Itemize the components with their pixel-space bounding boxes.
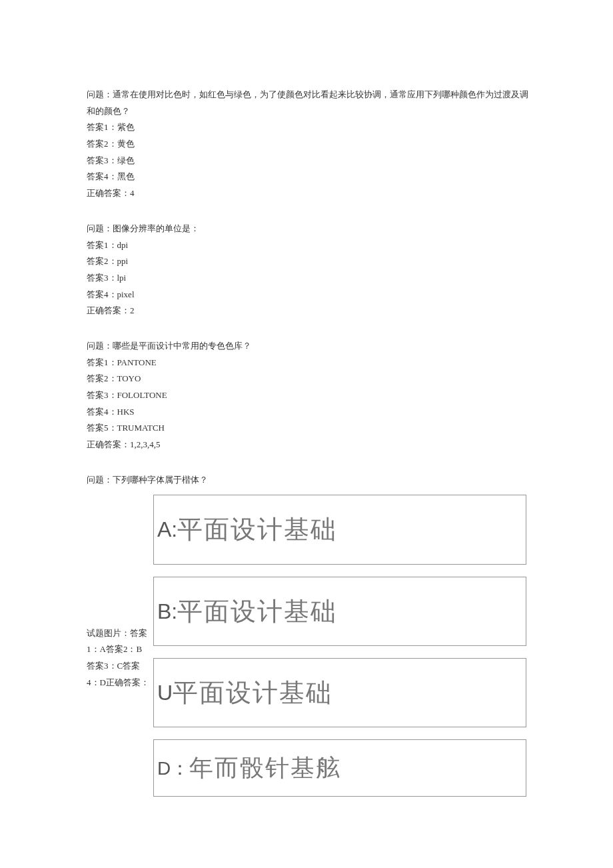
sample-label: D：: [157, 758, 189, 779]
sample-text: 平面设计基础: [177, 597, 337, 625]
answer-option: 答案3：绿色: [87, 153, 533, 169]
answer-option: 答案1：dpi: [87, 237, 533, 254]
question-block-2: 问题：图像分辨率的单位是： 答案1：dpi 答案2：ppi 答案3：lpi 答案…: [87, 221, 533, 319]
answer-option: 答案2：ppi: [87, 253, 533, 270]
correct-answer: 正确答案：4: [87, 185, 533, 202]
question-block-3: 问题：哪些是平面设计中常用的专色色库？ 答案1：PANTONE 答案2：TOYO…: [87, 338, 533, 453]
question-block-4: 问题：下列哪种字体属于楷体？ A:平面设计基础 B:平面设计基础 U平面设计基础…: [87, 472, 533, 797]
sample-label: A:: [157, 517, 177, 541]
answer-option: 答案5：TRUMATCH: [87, 420, 533, 437]
answer-option: 答案1：紫色: [87, 119, 533, 136]
font-sample-a: A:平面设计基础: [153, 495, 526, 564]
answer-option: 答案3：lpi: [87, 270, 533, 287]
answer-option: 答案4：pixel: [87, 287, 533, 303]
answer-option: 答案4：黑色: [87, 169, 533, 185]
answer-option: 答案1：PANTONE: [87, 355, 533, 371]
sample-label: B:: [157, 599, 177, 623]
correct-answer: 正确答案：1,2,3,4,5: [87, 437, 533, 453]
question-text: 问题：通常在使用对比色时，如红色与绿色，为了使颜色对比看起来比较协调，通常应用下…: [87, 87, 533, 119]
font-sample-b: B:平面设计基础: [153, 577, 526, 646]
correct-answer: 正确答案：2: [87, 303, 533, 319]
sample-text: 年而骰针基舷: [189, 755, 341, 781]
question-text: 问题：哪些是平面设计中常用的专色色库？: [87, 338, 533, 355]
font-samples-image: A:平面设计基础 B:平面设计基础 U平面设计基础: [153, 495, 533, 727]
question-block-1: 问题：通常在使用对比色时，如红色与绿色，为了使颜色对比看起来比较协调，通常应用下…: [87, 87, 533, 202]
sample-text: 平面设计基础: [177, 515, 337, 543]
answer-option: 答案4：HKS: [87, 404, 533, 421]
sample-label: U: [157, 681, 173, 705]
answer-summary-text: 试题图片：答案1：A答案2：B答案3：C答案4：D正确答案：: [87, 625, 150, 691]
answer-option: 答案2：黄色: [87, 136, 533, 153]
font-sample-c: U平面设计基础: [153, 658, 526, 727]
font-sample-d: D：年而骰针基舷: [153, 739, 526, 797]
answer-option: 答案3：FOLOLTONE: [87, 387, 533, 404]
question-text: 问题：图像分辨率的单位是：: [87, 221, 533, 237]
answer-option: 答案2：TOYO: [87, 371, 533, 387]
sample-text: 平面设计基础: [173, 679, 332, 707]
question-text: 问题：下列哪种字体属于楷体？: [87, 472, 533, 489]
